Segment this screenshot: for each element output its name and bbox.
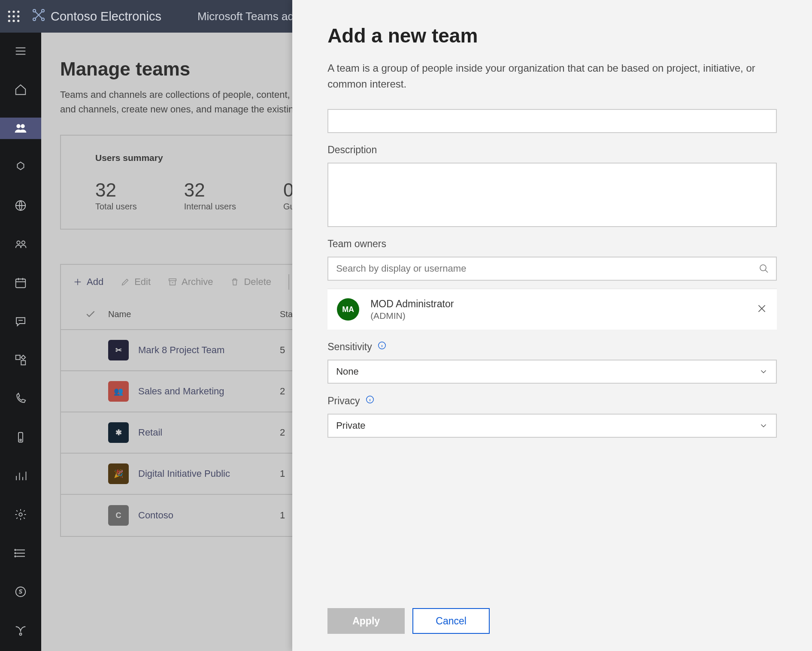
search-icon	[759, 263, 769, 274]
svg-point-1	[12, 11, 15, 13]
nav-teams[interactable]	[0, 118, 41, 139]
apply-button[interactable]: Apply	[327, 608, 405, 634]
svg-point-28	[20, 633, 22, 635]
svg-rect-18	[16, 279, 26, 288]
privacy-select[interactable]: Private	[327, 414, 777, 438]
brand-name: Contoso Electronics	[51, 9, 161, 24]
owner-chip: MA MOD Administrator (ADMIN)	[327, 288, 777, 330]
team-owners-label: Team owners	[327, 238, 777, 250]
svg-rect-19	[16, 355, 20, 360]
sensitivity-select[interactable]: None	[327, 360, 777, 384]
svg-point-3	[8, 15, 10, 17]
nav-locations[interactable]	[0, 195, 41, 216]
left-nav-rail	[0, 33, 41, 651]
privacy-label: Privacy	[327, 395, 777, 407]
nav-settings[interactable]	[0, 504, 41, 525]
hamburger-button[interactable]	[0, 40, 41, 62]
cancel-button[interactable]: Cancel	[412, 608, 490, 634]
nav-skype[interactable]	[0, 581, 41, 603]
team-name-input[interactable]	[327, 109, 777, 133]
nav-apps[interactable]	[0, 349, 41, 371]
svg-point-13	[17, 124, 20, 128]
svg-point-8	[17, 20, 19, 22]
brand: Contoso Electronics	[32, 8, 161, 25]
avatar: MA	[337, 298, 359, 321]
add-team-panel: Add a new team A team is a group of peop…	[292, 0, 812, 651]
owner-subtitle: (ADMIN)	[370, 311, 454, 321]
svg-point-24	[15, 549, 16, 551]
nav-meetings[interactable]	[0, 272, 41, 294]
info-icon[interactable]	[377, 341, 387, 353]
nav-voice[interactable]	[0, 388, 41, 409]
nav-messaging[interactable]	[0, 311, 41, 332]
svg-point-4	[12, 15, 15, 17]
svg-point-0	[8, 11, 10, 13]
nav-devices[interactable]	[0, 156, 41, 178]
chevron-down-icon	[759, 367, 768, 376]
svg-point-26	[15, 556, 16, 557]
svg-point-16	[17, 241, 20, 245]
remove-owner-button[interactable]	[756, 303, 767, 316]
svg-point-2	[17, 11, 19, 13]
svg-point-7	[12, 20, 15, 22]
team-description-input[interactable]	[327, 163, 777, 227]
svg-point-22	[20, 439, 21, 441]
brand-logo-icon	[32, 8, 45, 25]
nav-health[interactable]	[0, 620, 41, 641]
info-icon[interactable]	[365, 395, 375, 407]
app-launcher-button[interactable]	[7, 9, 21, 23]
nav-policy[interactable]	[0, 427, 41, 448]
nav-users[interactable]	[0, 233, 41, 255]
svg-point-14	[21, 124, 24, 128]
svg-point-5	[17, 15, 19, 17]
panel-description: A team is a group of people inside your …	[327, 60, 777, 92]
description-label: Description	[327, 144, 777, 156]
nav-analytics[interactable]	[0, 465, 41, 487]
nav-home[interactable]	[0, 79, 41, 100]
panel-title: Add a new team	[327, 24, 777, 47]
svg-point-23	[19, 513, 22, 516]
svg-point-30	[760, 265, 766, 271]
svg-rect-20	[21, 360, 25, 365]
chevron-down-icon	[759, 421, 768, 430]
svg-point-17	[22, 241, 25, 245]
nav-planning[interactable]	[0, 542, 41, 564]
svg-point-25	[15, 553, 16, 554]
svg-point-6	[8, 20, 10, 22]
team-owners-search[interactable]	[327, 257, 777, 281]
sensitivity-label: Sensitivity	[327, 341, 777, 353]
owner-name: MOD Administrator	[370, 298, 454, 310]
